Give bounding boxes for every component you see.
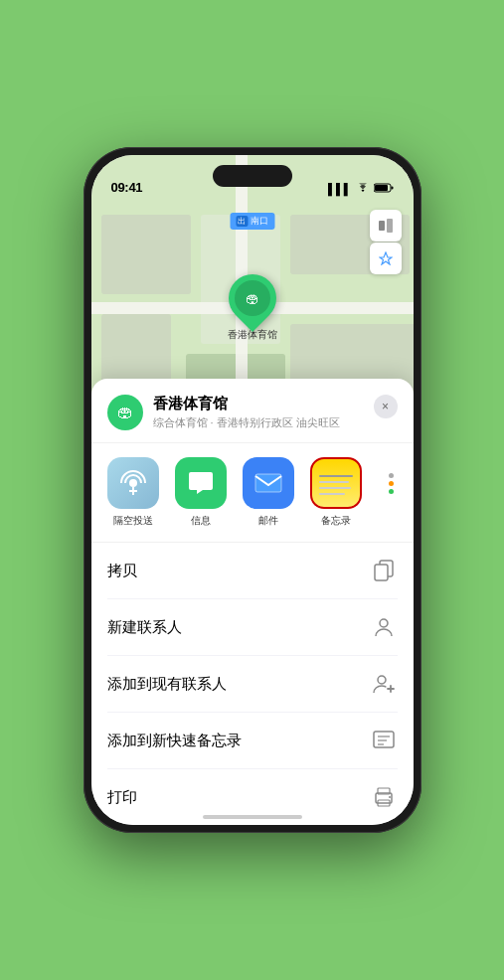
mail-label: 邮件	[258, 514, 278, 528]
status-time: 09:41	[111, 180, 143, 195]
action-new-contact[interactable]: 新建联系人	[107, 599, 398, 656]
location-info: 香港体育馆 综合体育馆 · 香港特别行政区 油尖旺区	[153, 395, 398, 430]
notes-icon-box	[310, 457, 362, 509]
phone-screen: 09:41 ▌▌▌	[91, 155, 414, 825]
signal-icon: ▌▌▌	[328, 183, 351, 195]
svg-rect-4	[387, 219, 393, 233]
marker-icon: 🏟	[246, 290, 259, 306]
action-new-contact-label: 新建联系人	[107, 618, 182, 637]
messages-icon-box	[175, 457, 227, 509]
map-label: 南口	[230, 213, 274, 230]
map-type-button[interactable]	[370, 210, 402, 242]
venue-icon: 🏟	[117, 404, 133, 421]
action-quick-note[interactable]: 添加到新快速备忘录	[107, 713, 398, 769]
airdrop-icon-box	[107, 457, 159, 509]
share-item-more[interactable]	[374, 457, 410, 528]
action-list: 拷贝 新建联系人	[91, 543, 414, 825]
svg-rect-1	[391, 187, 393, 190]
airdrop-label: 隔空投送	[113, 514, 153, 528]
notes-lines-decoration	[313, 467, 359, 499]
svg-point-5	[129, 479, 137, 487]
quick-note-icon	[370, 727, 398, 754]
svg-rect-8	[255, 474, 281, 492]
svg-point-24	[389, 796, 391, 798]
new-contact-icon	[370, 613, 398, 641]
mail-icon-box	[243, 457, 294, 509]
share-row: 隔空投送 信息	[91, 443, 414, 543]
phone-frame: 09:41 ▌▌▌	[84, 147, 421, 833]
svg-rect-11	[375, 565, 388, 580]
more-icon-box	[377, 457, 407, 509]
action-print-label: 打印	[107, 788, 137, 807]
notes-label: 备忘录	[321, 514, 351, 528]
action-add-to-contact-label: 添加到现有联系人	[107, 675, 227, 694]
bottom-sheet: 🏟 香港体育馆 综合体育馆 · 香港特别行政区 油尖旺区 ×	[91, 379, 414, 825]
map-marker: 🏟 香港体育馆	[228, 274, 277, 342]
map-btn-group	[370, 210, 402, 274]
action-add-to-contact[interactable]: 添加到现有联系人	[107, 656, 398, 713]
print-icon	[370, 783, 398, 811]
add-contact-icon	[370, 670, 398, 698]
messages-label: 信息	[191, 514, 211, 528]
action-quick-note-label: 添加到新快速备忘录	[107, 732, 242, 750]
share-item-messages[interactable]: 信息	[171, 457, 231, 528]
svg-point-12	[380, 619, 388, 627]
share-item-mail[interactable]: 邮件	[239, 457, 298, 528]
share-item-airdrop[interactable]: 隔空投送	[103, 457, 163, 528]
home-indicator	[203, 815, 302, 819]
status-icons: ▌▌▌	[328, 183, 393, 195]
location-header: 🏟 香港体育馆 综合体育馆 · 香港特别行政区 油尖旺区 ×	[91, 395, 414, 443]
svg-rect-2	[375, 185, 388, 191]
battery-icon	[374, 183, 394, 195]
share-item-notes[interactable]: 备忘录	[306, 457, 366, 528]
action-copy[interactable]: 拷贝	[107, 543, 398, 599]
location-name: 香港体育馆	[153, 395, 398, 413]
svg-point-13	[378, 676, 386, 684]
location-subtitle: 综合体育馆 · 香港特别行政区 油尖旺区	[153, 415, 398, 430]
action-copy-label: 拷贝	[107, 562, 137, 580]
location-icon: 🏟	[107, 395, 143, 430]
copy-icon	[370, 557, 398, 584]
close-button[interactable]: ×	[374, 395, 398, 418]
dynamic-island	[213, 165, 292, 187]
location-button[interactable]	[370, 243, 402, 274]
wifi-icon	[356, 183, 370, 195]
svg-rect-3	[379, 221, 385, 231]
